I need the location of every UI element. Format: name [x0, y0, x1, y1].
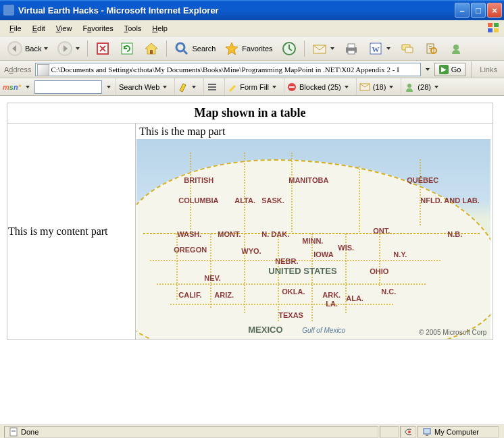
page-icon: [9, 427, 18, 437]
label-usa: UNITED STATES: [268, 266, 336, 276]
label-mexico: MEXICO: [248, 325, 282, 335]
label-ohio: OHIO: [370, 267, 388, 275]
search-web-dropdown[interactable]: [162, 86, 168, 88]
address-bar: Address ▶Go Links: [0, 61, 504, 78]
stop-button[interactable]: [92, 39, 114, 58]
maximize-button[interactable]: □: [471, 3, 486, 18]
label-sask: SASK.: [261, 196, 284, 204]
svg-rect-28: [208, 86, 216, 88]
msn-dropdown[interactable]: [25, 86, 30, 88]
label-nebr: NEBR.: [275, 257, 298, 265]
refresh-button[interactable]: [116, 39, 138, 58]
buddy-button[interactable]: (28): [401, 78, 442, 95]
options-button[interactable]: [203, 78, 220, 95]
msn-search-input[interactable]: [34, 80, 102, 94]
refresh-icon: [119, 40, 135, 57]
blocked-button[interactable]: Blocked (25): [284, 78, 352, 95]
word-icon: W: [368, 40, 384, 57]
highlight-dropdown[interactable]: [191, 86, 197, 88]
msn-logo[interactable]: msn*: [3, 83, 21, 91]
address-input[interactable]: [35, 63, 420, 76]
history-button[interactable]: [278, 39, 300, 58]
messenger-button[interactable]: [445, 39, 467, 58]
label-oregon: OREGON: [174, 246, 207, 254]
back-dropdown[interactable]: [43, 47, 49, 50]
search-label: Search: [192, 45, 216, 53]
form-fill-button[interactable]: Form Fill: [224, 78, 280, 95]
label-ont: ONT.: [373, 227, 390, 235]
eye-icon: [405, 427, 411, 437]
menu-tools[interactable]: Tools: [119, 22, 147, 34]
mail-icon: [311, 40, 328, 57]
back-label: Back: [25, 45, 41, 53]
svg-line-12: [184, 51, 187, 54]
separator: [304, 40, 305, 57]
label-mont: MONT.: [218, 230, 241, 238]
mail-count-icon: [359, 83, 370, 91]
menu-edit[interactable]: Edit: [27, 22, 51, 34]
label-manitoba: MANITOBA: [288, 176, 328, 184]
back-button[interactable]: Back: [4, 39, 51, 58]
print-button[interactable]: [341, 39, 362, 58]
buddy-dropdown[interactable]: [434, 86, 439, 88]
forward-dropdown[interactable]: [75, 47, 80, 50]
menu-view[interactable]: View: [51, 22, 78, 34]
highlight-button[interactable]: [174, 78, 199, 95]
search-web-button[interactable]: Search Web: [116, 78, 170, 95]
svg-rect-10: [150, 50, 153, 54]
svg-point-26: [453, 45, 459, 50]
svg-rect-36: [11, 431, 16, 432]
search-button[interactable]: Search: [171, 39, 218, 58]
close-button[interactable]: ×: [487, 3, 502, 18]
address-input-wrap: [35, 63, 420, 76]
status-zone-label: My Computer: [434, 428, 479, 436]
svg-rect-21: [405, 47, 413, 53]
home-button[interactable]: [141, 39, 162, 58]
blocked-dropdown[interactable]: [344, 86, 349, 88]
label-british: BRITISH: [184, 176, 213, 184]
msn-search-dropdown[interactable]: [106, 86, 111, 88]
label-ala: ALA.: [346, 294, 363, 302]
forward-button[interactable]: [54, 39, 83, 58]
content-cell: This is my content part: [7, 124, 136, 340]
label-columbia: COLUMBIA: [178, 196, 218, 204]
favorites-label: Favorites: [242, 45, 272, 53]
form-fill-dropdown[interactable]: [272, 86, 277, 88]
edit-dropdown[interactable]: [386, 47, 391, 50]
go-button[interactable]: ▶Go: [434, 63, 466, 76]
form-fill-icon: [228, 82, 237, 92]
links-label[interactable]: Links: [477, 65, 500, 74]
svg-point-38: [408, 431, 411, 433]
svg-rect-1: [494, 23, 499, 27]
map-cell: This is the map part BRITISH COLUMBIA AL…: [136, 124, 493, 340]
status-done-label: Done: [21, 428, 39, 436]
label-nfld: NFLD. AND LAB.: [420, 196, 480, 204]
svg-point-11: [176, 43, 184, 51]
window-title: Virtual Earth Hacks - Microsoft Internet…: [18, 5, 453, 16]
mail-button[interactable]: [309, 39, 338, 58]
status-cell: [380, 426, 399, 438]
map-copyright: © 2005 Microsoft Corp: [419, 329, 486, 336]
research-button[interactable]: [421, 39, 443, 58]
menu-help[interactable]: Help: [147, 22, 173, 34]
mail-count-button[interactable]: (18): [356, 78, 397, 95]
svg-rect-17: [348, 51, 355, 54]
minimize-button[interactable]: –: [455, 3, 470, 18]
history-icon: [281, 40, 297, 57]
mail-dropdown[interactable]: [330, 47, 335, 50]
svg-text:W: W: [372, 45, 379, 53]
label-iowa: IOWA: [313, 250, 333, 258]
favorites-button[interactable]: Favorites: [221, 39, 275, 58]
map-viewport[interactable]: BRITISH COLUMBIA ALTA. SASK. MANITOBA ON…: [136, 139, 490, 339]
menu-file[interactable]: File: [4, 22, 27, 34]
address-dropdown[interactable]: [425, 68, 430, 71]
label-texas: TEXAS: [278, 311, 303, 319]
discuss-button[interactable]: [397, 39, 418, 58]
edit-button[interactable]: W: [365, 39, 394, 58]
svg-rect-39: [424, 429, 430, 434]
label-nc: N.C.: [381, 288, 396, 296]
mail-count-dropdown[interactable]: [388, 86, 394, 88]
svg-point-33: [407, 84, 411, 88]
menu-favorites[interactable]: Favorites: [77, 22, 118, 34]
forward-icon: [57, 40, 73, 57]
